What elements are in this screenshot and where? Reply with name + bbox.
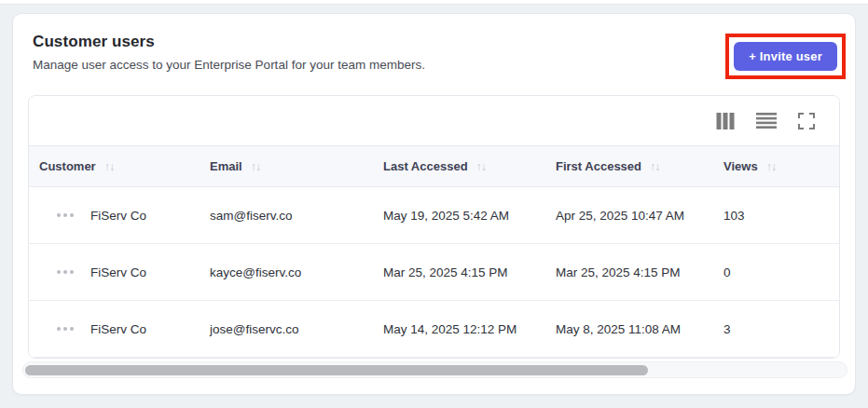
last-accessed-cell: May 14, 2025 12:12 PM (383, 322, 556, 336)
row-menu-icon[interactable] (55, 266, 76, 278)
customer-cell: FiServ Co (90, 209, 210, 223)
customer-cell: FiServ Co (90, 322, 210, 336)
views-cell: 3 (723, 322, 839, 336)
column-header-last-accessed[interactable]: Last Accessed ↑↓ (383, 159, 556, 173)
customer-cell: FiServ Co (90, 265, 210, 279)
column-header-views[interactable]: Views ↑↓ (723, 159, 839, 173)
row-actions-cell (29, 323, 90, 334)
invite-user-button[interactable]: + Invite user (734, 42, 837, 71)
row-menu-icon[interactable] (55, 210, 76, 221)
scrollbar-thumb[interactable] (25, 365, 648, 375)
table-header-row: Customer ↑↓ Email ↑↓ Last Accessed ↑↓ Fi… (29, 145, 839, 187)
row-actions-cell (29, 210, 90, 221)
users-table: Customer ↑↓ Email ↑↓ Last Accessed ↑↓ Fi… (28, 95, 840, 359)
column-header-email[interactable]: Email ↑↓ (210, 159, 383, 173)
title-block: Customer users Manage user access to you… (33, 33, 425, 72)
fullscreen-icon-glyph (798, 113, 815, 129)
column-header-label: First Accessed (556, 159, 641, 173)
density-icon-glyph (756, 113, 777, 129)
row-actions-cell (29, 266, 90, 278)
column-header-customer[interactable]: Customer ↑↓ (29, 159, 210, 173)
sort-icon[interactable]: ↑↓ (251, 160, 261, 173)
column-header-first-accessed[interactable]: First Accessed ↑↓ (556, 159, 723, 173)
table-toolbar (29, 96, 839, 145)
horizontal-scrollbar[interactable] (22, 361, 847, 378)
table-row[interactable]: FiServ Co jose@fiservc.co May 14, 2025 1… (29, 301, 839, 358)
email-cell: sam@fiserv.co (210, 209, 383, 223)
views-cell: 0 (723, 265, 839, 279)
row-menu-icon[interactable] (55, 323, 76, 334)
sort-icon[interactable]: ↑↓ (766, 160, 777, 173)
first-accessed-cell: Mar 25, 2025 4:15 PM (556, 265, 723, 279)
columns-icon-glyph (716, 113, 735, 129)
last-accessed-cell: Mar 25, 2025 4:15 PM (383, 265, 556, 279)
column-header-label: Customer (39, 159, 96, 173)
first-accessed-cell: May 8, 2025 11:08 AM (556, 322, 723, 336)
top-edge-strip (0, 0, 868, 5)
card-header: Customer users Manage user access to you… (13, 14, 855, 79)
sort-icon[interactable]: ↑↓ (476, 160, 487, 173)
column-header-label: Views (723, 159, 758, 173)
table-row[interactable]: FiServ Co sam@fiserv.co May 19, 2025 5:4… (29, 187, 839, 244)
customer-users-card: Customer users Manage user access to you… (12, 13, 856, 395)
first-accessed-cell: Apr 25, 2025 10:47 AM (556, 209, 723, 223)
table-row[interactable]: FiServ Co kayce@fiserv.co Mar 25, 2025 4… (29, 244, 839, 301)
column-header-label: Email (210, 159, 242, 173)
columns-icon[interactable] (716, 113, 735, 129)
last-accessed-cell: May 19, 2025 5:42 AM (383, 209, 556, 223)
sort-icon[interactable]: ↑↓ (650, 160, 660, 173)
click-target-highlight: + Invite user (725, 34, 846, 79)
column-header-label: Last Accessed (383, 159, 468, 173)
page-subtitle: Manage user access to your Enterprise Po… (33, 58, 425, 72)
views-cell: 103 (723, 209, 839, 223)
density-icon[interactable] (756, 113, 777, 129)
page-title: Customer users (33, 33, 425, 51)
fullscreen-icon[interactable] (798, 113, 815, 129)
sort-icon[interactable]: ↑↓ (104, 160, 115, 173)
email-cell: jose@fiservc.co (210, 322, 383, 336)
email-cell: kayce@fiserv.co (210, 265, 383, 279)
